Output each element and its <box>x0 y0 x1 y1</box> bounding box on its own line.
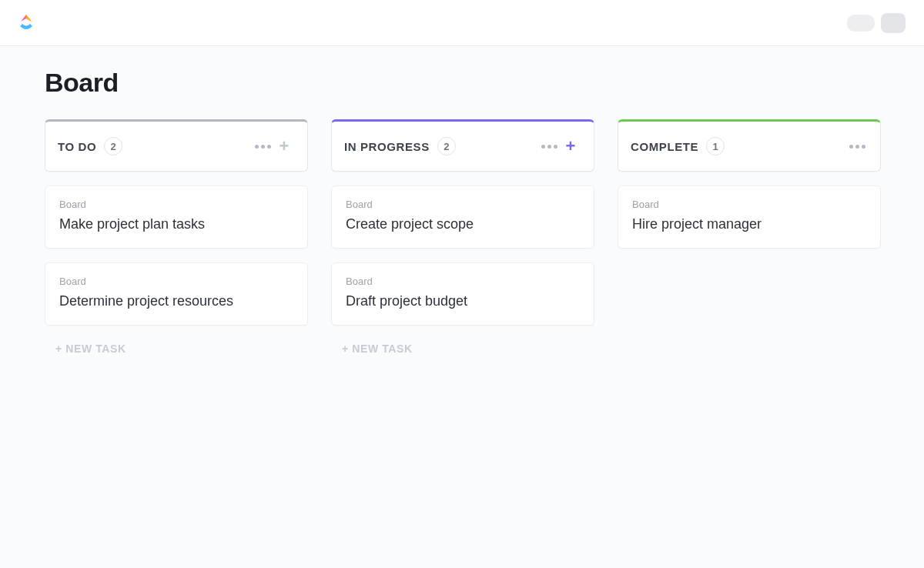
topbar-pill-1[interactable] <box>847 15 875 32</box>
card-category: Board <box>346 276 580 287</box>
column-header-complete: COMPLETE1 <box>618 119 881 172</box>
add-card-button[interactable]: + <box>560 135 581 157</box>
card-category: Board <box>632 199 866 210</box>
column-title: TO DO <box>58 140 96 153</box>
new-task-button[interactable]: + NEW TASK <box>45 339 308 358</box>
column-count-badge: 2 <box>104 137 122 155</box>
page-title: Board <box>45 68 879 98</box>
column-complete: COMPLETE1BoardHire project manager <box>618 119 881 358</box>
column-count-badge: 2 <box>437 137 456 155</box>
column-todo: TO DO2+BoardMake project plan tasksBoard… <box>45 119 308 358</box>
topbar-actions <box>847 13 906 33</box>
content-area: Board TO DO2+BoardMake project plan task… <box>0 46 924 568</box>
column-progress: IN PROGRESS2+BoardCreate project scopeBo… <box>331 119 594 358</box>
new-task-button[interactable]: + NEW TASK <box>331 339 594 358</box>
board-columns: TO DO2+BoardMake project plan tasksBoard… <box>45 119 879 358</box>
card-category: Board <box>346 199 580 210</box>
more-icon[interactable] <box>538 135 560 157</box>
task-card[interactable]: BoardDetermine project resources <box>45 262 308 326</box>
app-logo[interactable] <box>15 12 37 34</box>
column-title: IN PROGRESS <box>344 140 430 153</box>
card-title: Make project plan tasks <box>59 216 293 232</box>
card-category: Board <box>59 276 293 287</box>
plus-icon: + <box>280 138 290 155</box>
card-category: Board <box>59 199 293 210</box>
card-title: Hire project manager <box>632 216 866 232</box>
column-header-todo: TO DO2+ <box>45 119 308 172</box>
more-icon[interactable] <box>846 135 868 157</box>
task-card[interactable]: BoardCreate project scope <box>331 185 594 249</box>
column-count-badge: 1 <box>706 137 725 155</box>
task-card[interactable]: BoardDraft project budget <box>331 262 594 326</box>
task-card[interactable]: BoardHire project manager <box>618 185 881 249</box>
more-icon[interactable] <box>252 135 273 157</box>
card-title: Determine project resources <box>59 293 293 309</box>
add-card-button[interactable]: + <box>273 135 295 157</box>
column-title: COMPLETE <box>631 140 698 153</box>
task-card[interactable]: BoardMake project plan tasks <box>45 185 308 249</box>
topbar-pill-2[interactable] <box>881 13 906 33</box>
topbar <box>0 0 924 46</box>
plus-icon: + <box>566 138 576 155</box>
card-title: Draft project budget <box>346 293 580 309</box>
column-header-progress: IN PROGRESS2+ <box>331 119 594 172</box>
card-title: Create project scope <box>346 216 580 232</box>
